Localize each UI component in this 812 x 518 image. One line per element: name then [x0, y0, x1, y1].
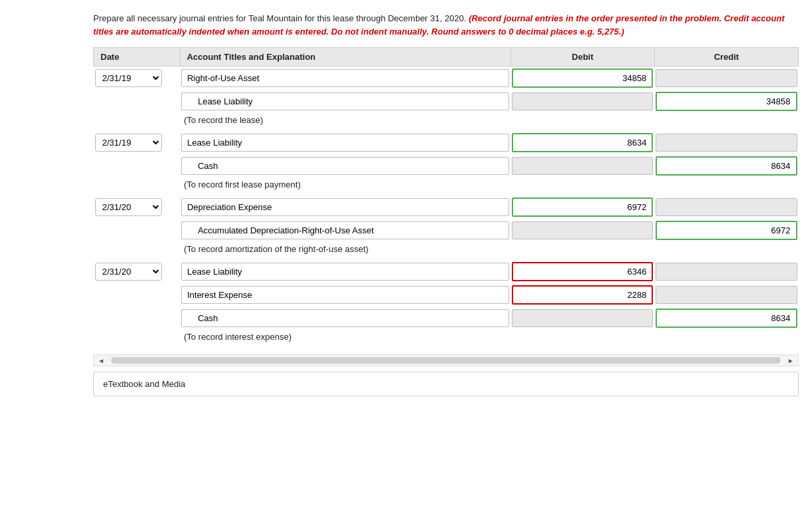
table-row	[94, 154, 799, 178]
credit-input[interactable]	[656, 156, 797, 176]
note-text: (To record first lease payment)	[181, 180, 301, 190]
note-text: (To record amortization of the right-of-…	[181, 244, 368, 254]
date-cell: 2/31/19	[94, 131, 180, 154]
debit-cell	[510, 90, 654, 113]
debit-input[interactable]	[512, 262, 653, 281]
debit-cell	[510, 154, 654, 178]
debit-input[interactable]	[512, 133, 653, 152]
credit-cell	[654, 66, 798, 90]
credit-cell	[654, 260, 798, 283]
table-row	[94, 283, 799, 307]
debit-input[interactable]	[512, 68, 653, 88]
date-select[interactable]: 2/31/19	[95, 134, 162, 152]
account-input[interactable]	[181, 221, 509, 239]
credit-input[interactable]	[656, 221, 797, 240]
credit-input[interactable]	[656, 198, 797, 216]
date-select[interactable]: 2/31/20	[95, 198, 162, 216]
account-input[interactable]	[181, 309, 509, 327]
debit-cell	[510, 195, 654, 219]
scrollbar[interactable]: ◄ ►	[93, 354, 799, 366]
debit-input[interactable]	[512, 285, 653, 305]
debit-cell	[510, 219, 654, 242]
account-input[interactable]	[181, 263, 509, 281]
etextbook-bar: eTextbook and Media	[93, 372, 799, 396]
page-wrapper: Prepare all necessary journal entries fo…	[0, 0, 812, 518]
date-cell	[94, 154, 180, 178]
header-credit: Credit	[654, 48, 798, 66]
date-cell: 2/31/20	[94, 260, 180, 283]
instructions: Prepare all necessary journal entries fo…	[93, 12, 799, 38]
table-row: 2/31/19	[94, 131, 799, 154]
account-cell	[180, 131, 510, 154]
table-row: 2/31/19	[94, 66, 799, 90]
debit-cell	[510, 260, 654, 283]
credit-input[interactable]	[656, 309, 797, 328]
credit-cell	[654, 219, 798, 242]
account-input[interactable]	[181, 69, 509, 87]
etextbook-label: eTextbook and Media	[103, 379, 186, 389]
note-row: (To record interest expense)	[94, 330, 799, 344]
account-input[interactable]	[181, 157, 509, 175]
table-row: 2/31/20	[94, 195, 799, 219]
debit-input[interactable]	[512, 197, 653, 217]
table-row: 2/31/20	[94, 260, 799, 283]
note-text: (To record interest expense)	[181, 332, 292, 342]
date-cell	[94, 283, 180, 307]
table-row	[94, 307, 799, 330]
credit-cell	[654, 283, 798, 307]
account-input[interactable]	[181, 92, 509, 110]
date-select[interactable]: 2/31/20	[95, 263, 162, 281]
header-date: Date	[94, 48, 180, 66]
date-cell: 2/31/19	[94, 66, 180, 90]
account-cell	[180, 283, 510, 307]
credit-input[interactable]	[656, 134, 797, 152]
account-cell	[180, 154, 510, 178]
date-cell: 2/31/20	[94, 195, 180, 219]
header-account: Account Titles and Explanation	[180, 48, 510, 66]
note-row: (To record amortization of the right-of-…	[94, 242, 799, 256]
table-row	[94, 219, 799, 242]
credit-cell	[654, 195, 798, 219]
credit-input[interactable]	[656, 69, 797, 87]
credit-input[interactable]	[656, 92, 797, 111]
note-row: (To record the lease)	[94, 113, 799, 127]
credit-input[interactable]	[656, 286, 797, 304]
account-input[interactable]	[181, 134, 509, 152]
account-cell	[180, 66, 510, 90]
debit-input[interactable]	[512, 309, 653, 327]
account-cell	[180, 307, 510, 330]
account-cell	[180, 219, 510, 242]
account-input[interactable]	[181, 286, 509, 304]
scroll-right-arrow[interactable]: ►	[783, 357, 798, 364]
credit-cell	[654, 131, 798, 154]
journal-table: Date Account Titles and Explanation Debi…	[93, 47, 799, 348]
account-cell	[180, 260, 510, 283]
table-row	[94, 90, 799, 113]
debit-cell	[510, 131, 654, 154]
credit-input[interactable]	[656, 263, 797, 281]
note-text: (To record the lease)	[181, 115, 263, 125]
account-cell	[180, 195, 510, 219]
credit-cell	[654, 307, 798, 330]
scroll-left-arrow[interactable]: ◄	[94, 357, 108, 364]
scrollbar-track[interactable]	[111, 357, 781, 364]
debit-cell	[510, 307, 654, 330]
date-select[interactable]: 2/31/19	[95, 69, 162, 87]
credit-cell	[654, 154, 798, 178]
date-cell	[94, 307, 180, 330]
debit-cell	[510, 66, 654, 90]
header-debit: Debit	[510, 48, 654, 66]
date-cell	[94, 219, 180, 242]
account-cell	[180, 90, 510, 113]
date-cell	[94, 90, 180, 113]
account-input[interactable]	[181, 198, 509, 216]
credit-cell	[654, 90, 798, 113]
debit-cell	[510, 283, 654, 307]
debit-input[interactable]	[512, 92, 653, 110]
debit-input[interactable]	[512, 221, 653, 239]
note-row: (To record first lease payment)	[94, 178, 799, 192]
instruction-normal: Prepare all necessary journal entries fo…	[93, 13, 467, 23]
debit-input[interactable]	[512, 157, 653, 175]
